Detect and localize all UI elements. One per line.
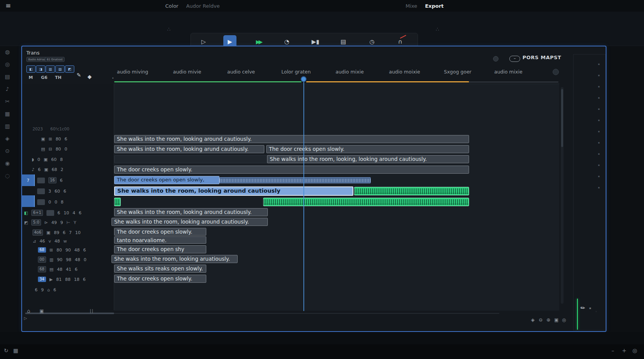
inspector-icon[interactable]: ◈ [5, 135, 10, 142]
track-control[interactable]: 6 [35, 287, 38, 292]
track-control[interactable]: 68 [38, 247, 46, 253]
mixer-slider-icon-7[interactable]: ▪ [598, 130, 600, 133]
track-control[interactable]: ▣ [46, 230, 50, 235]
track-control[interactable]: 88 [65, 277, 70, 282]
track-control[interactable]: 6+1 [31, 210, 43, 216]
track-control[interactable]: 10 [64, 210, 69, 215]
track-control[interactable]: ▶ [50, 277, 53, 282]
track-control[interactable]: 4o6 [33, 229, 43, 236]
track-control[interactable]: 60 [55, 189, 60, 194]
zoom-out-icon[interactable]: – [611, 347, 614, 354]
subtitle-clip[interactable]: She walks sits reaks open slowly. [114, 265, 206, 273]
track-control[interactable]: ⊢ [67, 220, 70, 225]
scopes-icon[interactable]: ◉ [5, 160, 10, 166]
track-thumbnail[interactable] [37, 199, 45, 205]
zoom-out-icon[interactable]: ⊖ [539, 317, 543, 323]
effects-library-icon[interactable]: ◎ [5, 61, 10, 67]
subtitle-clip[interactable]: She walks into the room, looking, lookin… [267, 155, 469, 163]
panel-options-button[interactable] [493, 56, 498, 62]
mixer-mini-icon-1[interactable]: ▪ [589, 306, 591, 310]
track-control[interactable]: 89 [54, 230, 59, 235]
track-control[interactable]: 5:0 [31, 219, 41, 226]
thumbnails-icon[interactable]: ▣ [554, 317, 558, 323]
track-control[interactable]: ⊳ [45, 220, 48, 225]
track-control[interactable]: ◩ [24, 220, 28, 225]
track-control[interactable]: 90 [57, 257, 62, 262]
track-control[interactable]: 3 [48, 189, 51, 194]
vertical-scrollbar-thumb[interactable] [561, 89, 563, 147]
track-control[interactable]: 4 [73, 210, 75, 215]
track-control[interactable]: v [48, 239, 51, 244]
edit-index-icon[interactable]: ▤ [5, 74, 10, 80]
track-control[interactable]: 98 [66, 257, 71, 262]
mixer-icon[interactable]: ▦ [5, 111, 10, 117]
mixer-slider-icon-9[interactable]: ▪ [598, 152, 600, 156]
subtitle-clip[interactable]: She waks into the room, looking aruatiou… [111, 255, 238, 263]
mixer-slider-icon-11[interactable]: ▪ [598, 175, 600, 178]
grid-view-icon[interactable]: ▦ [13, 347, 18, 354]
track-control[interactable]: 16 [48, 177, 57, 183]
track-control[interactable]: 9 [41, 287, 44, 292]
subtitle-clip[interactable]: The door creeks open slowly. [114, 228, 206, 236]
audio-clip[interactable] [114, 198, 121, 206]
track-tool-icon-2[interactable]: ◨ [36, 65, 45, 73]
subtitle-clip[interactable]: The door creeks open slowly. [266, 145, 469, 153]
track-control[interactable]: 46 [39, 239, 45, 244]
track-control[interactable]: 6 [79, 210, 82, 215]
playhead-handle[interactable] [301, 76, 307, 82]
track-control[interactable]: 6 [53, 287, 56, 292]
subtitle-clip[interactable]: The door creeks open slowly. [114, 275, 206, 283]
menu-item-export[interactable]: Export [425, 3, 444, 9]
sound-library-icon[interactable]: ♪ [6, 86, 9, 92]
track-control[interactable]: 8 [60, 157, 63, 162]
track-control[interactable]: ◗ [32, 157, 34, 162]
track-thumbnail[interactable] [37, 188, 45, 194]
track-control[interactable]: 68 [51, 167, 57, 172]
track-control[interactable]: 6 [38, 167, 41, 172]
track-control[interactable]: 6 [63, 230, 65, 235]
mixer-slider-icon-6[interactable]: ▪ [598, 119, 600, 122]
track-control[interactable]: 6 [83, 277, 86, 282]
mixer-mini-icon-2[interactable]: ◦ [595, 310, 597, 313]
track-control[interactable]: 8 [61, 200, 63, 205]
menu-item-audio-resolve[interactable]: Audor Reldve [186, 3, 220, 9]
fit-view-icon[interactable]: ◈ [531, 317, 534, 323]
ruler-end-icon[interactable] [553, 69, 559, 75]
track-control[interactable]: 0 [48, 200, 51, 205]
track-tool-icon-4[interactable]: ▤ [55, 65, 65, 73]
track-tool-icon-5[interactable]: ◩ [65, 65, 74, 73]
track-control[interactable]: 6 [65, 137, 67, 142]
menu-item-mix[interactable]: Mixe [406, 3, 417, 9]
track-control[interactable]: 0 [38, 157, 40, 162]
menu-icon[interactable]: ≡ [5, 2, 11, 9]
track-control[interactable]: 48 [57, 267, 62, 272]
media-pool-icon[interactable]: ◍ [5, 49, 10, 55]
track-control[interactable]: 48 [55, 239, 60, 244]
pen-tool-icon[interactable]: ✎ [77, 72, 81, 78]
track-control[interactable]: ♪ [32, 167, 34, 172]
mixer-slider-icon-3[interactable]: ▪ [598, 85, 600, 88]
track-control[interactable]: 90 [65, 248, 71, 253]
track-control[interactable]: ▤ [41, 147, 45, 152]
subtitle-clip[interactable]: She walks into the room, looking around … [114, 135, 469, 143]
subtitle-clip[interactable]: The door creeks open open slowly, [114, 176, 219, 184]
audio-clip[interactable] [354, 187, 469, 195]
horizontal-scrollbar-thumb[interactable] [25, 313, 114, 314]
track-control[interactable]: ▤ [50, 267, 53, 272]
metadata-icon[interactable]: ▥ [5, 123, 10, 129]
track-control[interactable]: 6 [60, 178, 63, 183]
track-control[interactable]: 80 [57, 248, 62, 253]
track-control[interactable]: 60 [51, 157, 57, 162]
mixer-slider-icon-8[interactable]: ▪ [598, 141, 600, 144]
track-control[interactable]: ⊞ [50, 248, 53, 253]
select-tool-icon[interactable]: ◆ [87, 74, 92, 80]
track-control[interactable]: ◧ [24, 210, 28, 215]
subtitle-clip[interactable]: The door creeks open shy [114, 245, 206, 253]
play-small-icon[interactable]: ▷ [24, 316, 27, 320]
keyframe-icon[interactable]: ⊙ [5, 148, 10, 154]
history-icon[interactable]: ↻ [4, 347, 9, 354]
subtitle-clip[interactable]: She walks into the room, looking around … [114, 186, 353, 196]
audio-clip[interactable] [263, 198, 469, 206]
track-control[interactable]: 10 [75, 230, 80, 235]
cut-icon[interactable]: ✂ [5, 98, 10, 104]
